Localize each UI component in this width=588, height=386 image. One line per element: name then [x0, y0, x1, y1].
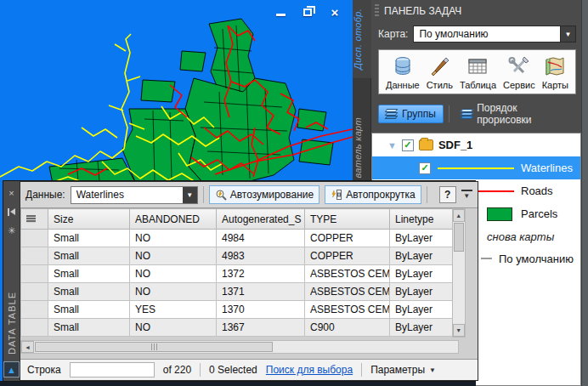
row-selector[interactable]	[21, 247, 48, 265]
tree-group-sdf1[interactable]: ▼ ✓ SDF_1	[372, 133, 580, 156]
autocad-logo-icon[interactable]: ▲	[3, 361, 20, 377]
close-icon[interactable]: ×	[5, 186, 19, 200]
tool-label: Таблица	[460, 80, 496, 90]
table-row[interactable]: SmallYES1370ASBESTOS CEM...ByLayer	[21, 301, 460, 319]
checkbox-checked[interactable]: ✓	[419, 162, 431, 174]
table-row[interactable]: SmallNO4984COPPERByLayer	[21, 230, 460, 247]
toolbar-overflow-icon[interactable]: ▼	[461, 190, 472, 200]
table-cell[interactable]: ByLayer	[390, 230, 460, 247]
scroll-up-icon[interactable]: ▲	[453, 209, 465, 222]
table-row[interactable]: SmallNO1371ASBESTOS CEM...ByLayer	[21, 283, 460, 301]
table-cell[interactable]: 4983	[217, 247, 305, 265]
autohide-pin-icon[interactable]	[5, 205, 19, 219]
divider	[200, 363, 201, 377]
table-cell[interactable]: Small	[48, 265, 130, 283]
tool-table-button[interactable]: Таблица	[460, 55, 496, 90]
table-cell[interactable]: NO	[130, 247, 217, 265]
vscroll-thumb[interactable]	[454, 223, 464, 252]
column-header[interactable]: Linetype	[390, 209, 460, 230]
data-label: Данные:	[25, 189, 65, 201]
map-window-controls: ×	[273, 5, 342, 19]
tool-data-button[interactable]: Данные	[386, 55, 420, 90]
row-selector[interactable]	[21, 301, 48, 319]
palette-title-bar[interactable]: × ✳ DATA TABLE ▲	[3, 181, 20, 381]
chevron-down-icon[interactable]: ▼	[560, 26, 575, 42]
tab-groups[interactable]: Группы	[378, 105, 444, 123]
drag-handle-icon[interactable]	[375, 4, 379, 18]
table-cell[interactable]: NO	[130, 283, 217, 301]
column-header[interactable]: TYPE	[305, 209, 390, 230]
table-cell[interactable]: Small	[48, 301, 130, 319]
column-header[interactable]: Autogenerated_S	[217, 209, 305, 230]
expand-icon[interactable]: ▼	[387, 140, 397, 150]
restore-button-icon[interactable]	[300, 5, 315, 19]
chevron-down-icon[interactable]: ▼	[183, 187, 197, 203]
database-icon	[392, 55, 414, 77]
row-number-input[interactable]	[70, 362, 155, 377]
table-cell[interactable]: 4984	[217, 230, 305, 247]
row-selector[interactable]	[21, 319, 48, 337]
layer-combo[interactable]: Waterlines ▼	[71, 186, 198, 204]
table-cell[interactable]: ByLayer	[390, 247, 460, 265]
tab-display-manager[interactable]: Дисп. отобр.	[353, 0, 371, 78]
row-header-column[interactable]	[21, 209, 48, 230]
hscroll-thumb[interactable]	[35, 342, 273, 352]
help-button[interactable]: ?	[439, 186, 456, 203]
row-selector[interactable]	[21, 230, 48, 247]
map-combo[interactable]: По умолчанию ▼	[413, 26, 576, 43]
table-row[interactable]: SmallNO1372ASBESTOS CEM...ByLayer	[21, 265, 460, 283]
group-label: SDF_1	[438, 139, 472, 151]
autozoom-button[interactable]: Автозумирование	[209, 185, 319, 204]
tool-maps-button[interactable]: Карты	[542, 55, 568, 90]
table-cell[interactable]: 1367	[217, 319, 305, 337]
table-cell[interactable]: ByLayer	[390, 265, 460, 283]
table-cell[interactable]: Small	[48, 319, 130, 337]
horizontal-scrollbar[interactable]: ◄	[20, 340, 459, 354]
table-cell[interactable]: ByLayer	[390, 301, 460, 319]
table-cell[interactable]: COPPER	[305, 230, 390, 247]
vertical-scrollbar[interactable]: ▲ ▼	[452, 208, 466, 338]
table-cell[interactable]: Small	[48, 247, 130, 265]
table-cell[interactable]: NO	[130, 319, 217, 337]
column-header[interactable]: ABANDONED	[130, 209, 217, 230]
scroll-down-icon[interactable]: ▼	[453, 324, 465, 337]
row-selector[interactable]	[21, 283, 48, 301]
table-cell[interactable]: Small	[48, 230, 130, 247]
table-cell[interactable]: ByLayer	[390, 283, 460, 301]
autoscroll-button[interactable]: Автопрокрутка	[325, 185, 421, 204]
tab-draw-order[interactable]: Порядок прорисовки	[455, 99, 576, 128]
table-row[interactable]: SmallNO4983COPPERByLayer	[21, 247, 460, 265]
close-button-icon[interactable]: ×	[327, 5, 342, 19]
tab-map-explorer[interactable]: ватель карт	[353, 109, 371, 186]
table-cell[interactable]: YES	[130, 301, 217, 319]
options-button[interactable]: Параметры ▼	[370, 364, 436, 376]
table-cell[interactable]: ASBESTOS CEM...	[305, 283, 390, 301]
table-cell[interactable]: 1370	[217, 301, 305, 319]
table-cell[interactable]: 1372	[217, 265, 305, 283]
table-cell[interactable]: ByLayer	[390, 319, 460, 337]
checkbox-checked[interactable]: ✓	[402, 139, 414, 151]
table-cell[interactable]: ASBESTOS CEM...	[305, 301, 390, 319]
groups-icon	[386, 109, 398, 119]
search-to-select-link[interactable]: Поиск для выбора	[266, 364, 353, 376]
table-cell[interactable]: Small	[48, 283, 130, 301]
tool-service-button[interactable]: Сервис	[503, 55, 535, 90]
minimize-button-icon[interactable]	[273, 5, 288, 19]
table-cell[interactable]: COPPER	[305, 247, 390, 265]
table-cell[interactable]: NO	[130, 230, 217, 247]
table-cell[interactable]: 1371	[217, 283, 305, 301]
palette-title: DATA TABLE	[7, 292, 17, 355]
divider	[449, 105, 449, 122]
divider	[203, 186, 204, 203]
column-header[interactable]: Size	[48, 209, 130, 230]
properties-gear-icon[interactable]: ✳	[5, 224, 19, 237]
scroll-left-icon[interactable]: ◄	[21, 341, 34, 353]
table-cell[interactable]: NO	[130, 265, 217, 283]
row-selector[interactable]	[21, 265, 48, 283]
panel-scroll-edge[interactable]	[581, 0, 588, 386]
layer-row-waterlines[interactable]: ✓ Waterlines	[372, 156, 580, 179]
tool-style-button[interactable]: Стиль	[427, 55, 453, 90]
table-row[interactable]: SmallNO1367C900ByLayer	[21, 319, 460, 337]
table-cell[interactable]: C900	[305, 319, 390, 337]
table-cell[interactable]: ASBESTOS CEM...	[305, 265, 390, 283]
